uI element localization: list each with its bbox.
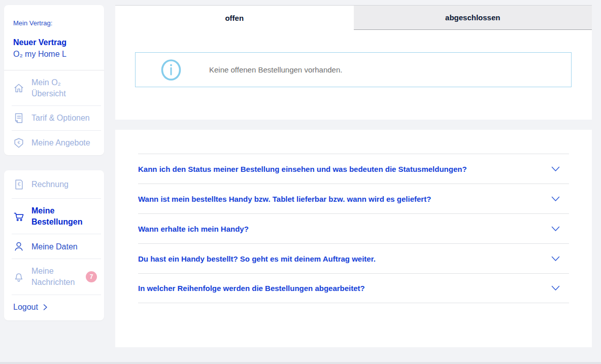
orders-tabs: offen abgeschlossen [115, 5, 592, 30]
sidebar-card-secondary: € Rechnung Meine Bestellungen [4, 170, 104, 320]
page-footer-strip [0, 362, 601, 364]
invoice-icon: € [13, 179, 24, 190]
sidebar: Mein Vertrag: Neuer Vertrag O₂ my Home L… [4, 5, 104, 320]
sidebar-item-meine-daten[interactable]: Meine Daten [4, 234, 104, 259]
faq-panel: Kann ich den Status meiner Bestellung ei… [115, 130, 592, 347]
sidebar-item-label: Rechnung [31, 179, 69, 190]
sidebar-item-mein-o2-uebersicht[interactable]: Mein O₂ Übersicht [4, 70, 104, 105]
faq-question: Wann erhalte ich mein Handy? [138, 225, 259, 233]
contract-name: Neuer Vertrag [13, 38, 95, 47]
contract-plan: O₂ my Home L [13, 50, 95, 59]
tab-offen[interactable]: offen [115, 6, 354, 30]
faq-item-reihenfolge[interactable]: In welcher Reihenfolge werden die Bestel… [138, 273, 569, 303]
svg-text:€: € [17, 181, 20, 187]
faq-item-erhalte-handy[interactable]: Wann erhalte ich mein Handy? [138, 213, 569, 243]
faq-item-auftrag-weiter[interactable]: Du hast ein Handy bestellt? So geht es m… [138, 243, 569, 273]
logout-label: Logout [13, 303, 38, 312]
home-icon [13, 83, 24, 94]
user-icon [13, 241, 24, 252]
sidebar-card-primary: Mein Vertrag: Neuer Vertrag O₂ my Home L… [4, 5, 104, 155]
no-orders-message: Keine offenen Bestellungen vorhanden. [209, 65, 342, 74]
sidebar-item-rechnung[interactable]: € Rechnung [4, 170, 104, 198]
panel-gap [115, 120, 592, 130]
chevron-down-icon [551, 196, 569, 202]
sidebar-item-label: Meine Angebote [31, 137, 90, 149]
sidebar-item-meine-angebote[interactable]: € Meine Angebote [4, 131, 104, 155]
faq-question: Wann ist mein bestelltes Handy bzw. Tabl… [138, 195, 441, 203]
tariff-document-icon [13, 113, 24, 124]
chevron-right-icon [42, 304, 48, 311]
faq-item-status[interactable]: Kann ich den Status meiner Bestellung ei… [138, 154, 569, 184]
svg-text:€: € [17, 140, 20, 145]
chevron-down-icon [551, 285, 569, 291]
info-icon [160, 59, 182, 81]
sidebar-item-label: Meine Bestellungen [31, 205, 97, 227]
bell-icon [13, 271, 24, 282]
chevron-down-icon [551, 226, 569, 232]
cart-icon [13, 211, 24, 222]
contract-block: Mein Vertrag: Neuer Vertrag O₂ my Home L [4, 5, 104, 70]
faq-item-lieferbar[interactable]: Wann ist mein bestelltes Handy bzw. Tabl… [138, 184, 569, 213]
chevron-down-icon [551, 166, 569, 172]
faq-question: In welcher Reihenfolge werden die Bestel… [138, 284, 375, 293]
faq-question: Kann ich den Status meiner Bestellung ei… [138, 165, 477, 173]
notification-badge: 7 [86, 271, 97, 282]
sidebar-item-label: Tarif & Optionen [31, 113, 90, 124]
sidebar-item-label: Meine Nachrichten [31, 266, 79, 287]
no-orders-infobox: Keine offenen Bestellungen vorhanden. [135, 52, 572, 87]
offer-tag-icon: € [13, 137, 24, 149]
open-orders-panel: Keine offenen Bestellungen vorhanden. [115, 30, 592, 120]
sidebar-item-meine-nachrichten[interactable]: Meine Nachrichten 7 [4, 259, 104, 294]
faq-question: Du hast ein Handy bestellt? So geht es m… [138, 254, 386, 263]
orders-content: offen abgeschlossen Keine offenen Bestel… [115, 5, 592, 347]
contract-label: Mein Vertrag: [13, 19, 95, 27]
logout-button[interactable]: Logout [4, 295, 104, 320]
tab-abgeschlossen[interactable]: abgeschlossen [354, 6, 592, 30]
chevron-down-icon [551, 256, 569, 262]
sidebar-item-label: Mein O₂ Übersicht [31, 77, 97, 99]
sidebar-item-tarif-optionen[interactable]: Tarif & Optionen [4, 106, 104, 130]
sidebar-item-meine-bestellungen[interactable]: Meine Bestellungen [4, 199, 104, 234]
sidebar-item-label: Meine Daten [31, 241, 78, 252]
